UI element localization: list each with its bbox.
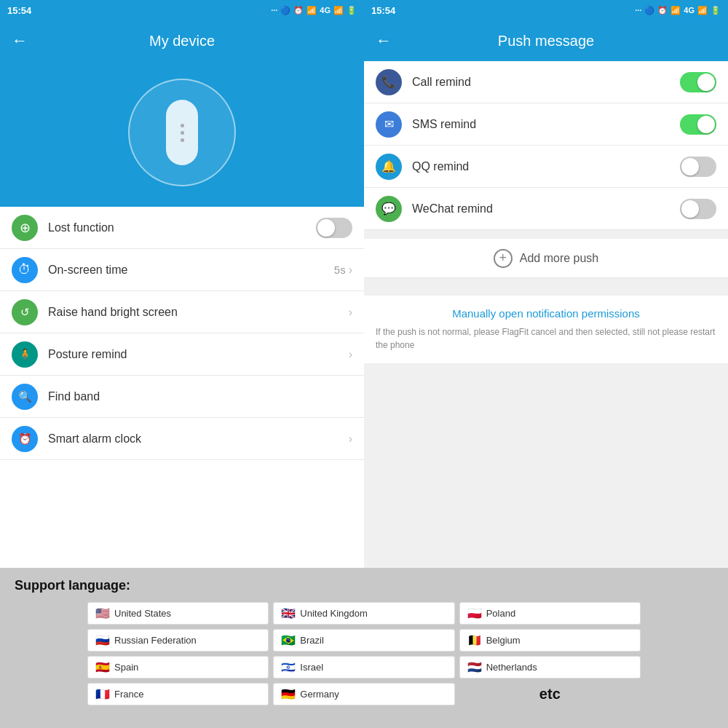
language-title: Support language:	[15, 578, 713, 593]
plus-circle-icon: +	[494, 249, 513, 268]
lang-flag-icon: 🇧🇪	[467, 633, 482, 647]
lang-item-russian-federation[interactable]: 🇷🇺Russian Federation	[87, 629, 269, 652]
lang-item-spain[interactable]: 🇪🇸Spain	[87, 656, 269, 678]
on-screen-time-value: 5s	[334, 264, 346, 276]
right-status-time: 15:54	[371, 5, 395, 16]
lang-name-label: United Kingdom	[300, 608, 368, 619]
push-item-sms-remind[interactable]: ✉ SMS remind	[364, 103, 728, 146]
qq-remind-toggle[interactable]	[680, 157, 716, 177]
posture-remind-icon: 🧍	[12, 341, 38, 368]
add-more-push-button[interactable]: + Add more push	[364, 239, 728, 278]
lang-name-label: Russian Federation	[114, 635, 197, 646]
device-dot-1	[181, 124, 184, 127]
permissions-section: Manually open notification permissions I…	[364, 296, 728, 363]
sms-remind-toggle[interactable]	[680, 114, 716, 135]
menu-item-posture-remind[interactable]: 🧍 Posture remind ›	[0, 333, 364, 376]
lang-item-etc: etc	[459, 683, 641, 705]
wechat-remind-label: WeChat remind	[412, 202, 680, 215]
menu-item-find-band[interactable]: 🔍 Find band	[0, 376, 364, 418]
lost-function-icon: ⊕	[12, 215, 38, 241]
menu-item-on-screen-time[interactable]: ⏱ On-screen time 5s ›	[0, 249, 364, 291]
lang-name-label: Israel	[300, 662, 323, 673]
smart-alarm-icon: ⏰	[12, 426, 38, 452]
raise-hand-icon: ↺	[12, 299, 38, 325]
left-status-bar: 15:54 ··· 🔵 ⏰ 📶 4G 📶 🔋	[0, 0, 364, 20]
right-status-bar: 15:54 ··· 🔵 ⏰ 📶 4G 📶 🔋	[364, 0, 728, 20]
device-inner	[166, 100, 198, 165]
right-header-title: Push message	[403, 33, 689, 50]
lang-flag-icon: 🇳🇱	[467, 660, 482, 674]
left-header: ← My device	[0, 20, 364, 61]
menu-item-smart-alarm[interactable]: ⏰ Smart alarm clock ›	[0, 418, 364, 460]
wechat-remind-toggle[interactable]	[680, 199, 716, 219]
lang-name-label: Netherlands	[486, 662, 537, 673]
push-list: 📞 Call remind ✉ SMS remind 🔔 QQ remind 💬…	[364, 61, 728, 230]
push-item-call-remind[interactable]: 📞 Call remind	[364, 61, 728, 103]
left-back-button[interactable]: ←	[12, 31, 28, 50]
call-remind-label: Call remind	[412, 76, 680, 89]
menu-list: ⊕ Lost function ⏱ On-screen time 5s › ↺ …	[0, 207, 364, 568]
language-section: Support language: 🇺🇸United States🇬🇧Unite…	[0, 568, 728, 728]
lang-item-belgium[interactable]: 🇧🇪Belgium	[459, 629, 641, 652]
lang-flag-icon: 🇪🇸	[95, 660, 110, 674]
right-panel: 15:54 ··· 🔵 ⏰ 📶 4G 📶 🔋 ← Push message 📞 …	[364, 0, 728, 568]
device-dot-2	[181, 131, 184, 135]
posture-remind-chevron: ›	[349, 348, 352, 361]
menu-item-raise-hand[interactable]: ↺ Raise hand bright screen ›	[0, 291, 364, 333]
lang-item-united-states[interactable]: 🇺🇸United States	[87, 602, 269, 625]
posture-remind-label: Posture remind	[48, 348, 349, 361]
smart-alarm-chevron: ›	[349, 432, 352, 446]
find-band-icon: 🔍	[12, 384, 38, 410]
lost-function-label: Lost function	[48, 221, 316, 234]
permissions-link[interactable]: Manually open notification permissions	[376, 307, 716, 320]
right-status-icons: ··· 🔵 ⏰ 📶 4G 📶 🔋	[635, 6, 721, 15]
sms-remind-icon: ✉	[376, 111, 402, 138]
lang-flag-icon: 🇵🇱	[467, 606, 482, 620]
lang-item-poland[interactable]: 🇵🇱Poland	[459, 602, 641, 625]
language-grid: 🇺🇸United States🇬🇧United Kingdom🇵🇱Poland🇷…	[87, 602, 641, 705]
lang-name-label: France	[114, 689, 143, 700]
lang-name-label: Germany	[300, 689, 339, 700]
left-status-icons: ··· 🔵 ⏰ 📶 4G 📶 🔋	[271, 6, 357, 15]
right-back-button[interactable]: ←	[376, 31, 392, 50]
menu-item-lost-function[interactable]: ⊕ Lost function	[0, 207, 364, 249]
call-remind-icon: 📞	[376, 69, 402, 95]
lang-flag-icon: 🇬🇧	[281, 606, 296, 620]
qq-remind-icon: 🔔	[376, 154, 402, 180]
lang-flag-icon: 🇩🇪	[281, 687, 296, 701]
lang-item-brazil[interactable]: 🇧🇷Brazil	[273, 629, 454, 652]
device-display-area	[0, 61, 364, 207]
device-dot-3	[181, 138, 184, 142]
add-more-push-label: Add more push	[520, 252, 599, 265]
lang-flag-icon: 🇫🇷	[95, 687, 110, 701]
push-item-wechat-remind[interactable]: 💬 WeChat remind	[364, 188, 728, 230]
lang-flag-icon: 🇮🇱	[281, 660, 296, 674]
lang-item-netherlands[interactable]: 🇳🇱Netherlands	[459, 656, 641, 678]
raise-hand-label: Raise hand bright screen	[48, 306, 349, 319]
left-status-time: 15:54	[7, 5, 31, 16]
qq-remind-label: QQ remind	[412, 160, 680, 173]
call-remind-toggle[interactable]	[680, 72, 716, 92]
raise-hand-chevron: ›	[349, 306, 352, 319]
lang-item-israel[interactable]: 🇮🇱Israel	[273, 656, 454, 678]
lang-name-label: United States	[114, 608, 171, 619]
lang-item-france[interactable]: 🇫🇷France	[87, 683, 269, 705]
left-header-title: My device	[39, 33, 325, 50]
device-circle	[128, 79, 236, 186]
lost-function-toggle[interactable]	[316, 218, 352, 238]
on-screen-time-chevron: ›	[349, 264, 352, 277]
on-screen-time-label: On-screen time	[48, 264, 334, 277]
push-item-qq-remind[interactable]: 🔔 QQ remind	[364, 146, 728, 188]
permissions-divider	[364, 278, 728, 287]
lang-name-label: Poland	[486, 608, 515, 619]
smart-alarm-label: Smart alarm clock	[48, 432, 349, 446]
left-panel: 15:54 ··· 🔵 ⏰ 📶 4G 📶 🔋 ← My device	[0, 0, 364, 568]
lang-item-united-kingdom[interactable]: 🇬🇧United Kingdom	[273, 602, 454, 625]
lang-item-germany[interactable]: 🇩🇪Germany	[273, 683, 454, 705]
lang-name-label: Belgium	[486, 635, 521, 646]
right-header: ← Push message	[364, 20, 728, 61]
lang-name-label: Brazil	[300, 635, 324, 646]
wechat-remind-icon: 💬	[376, 196, 402, 222]
on-screen-time-icon: ⏱	[12, 257, 38, 283]
lang-flag-icon: 🇷🇺	[95, 633, 110, 647]
